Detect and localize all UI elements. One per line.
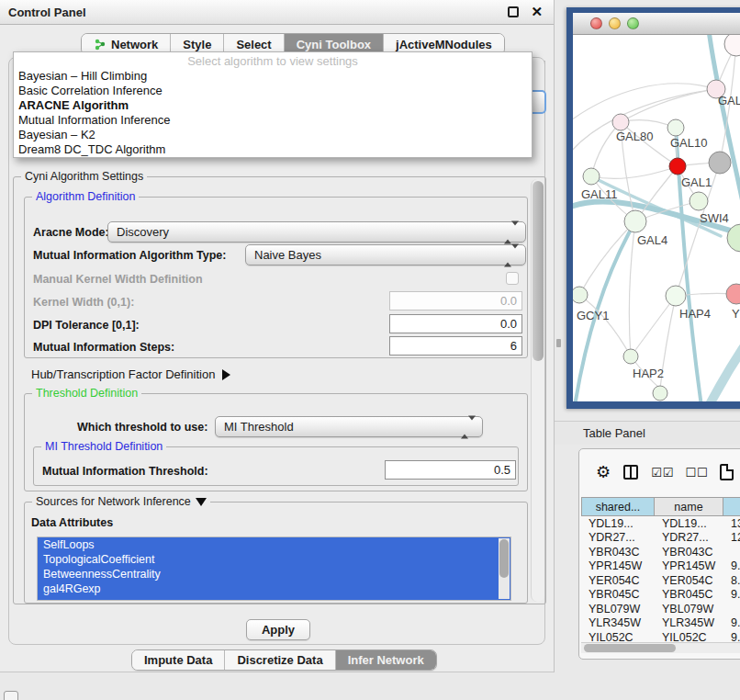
mi-steps-field[interactable]: 6 (389, 336, 522, 356)
node-gal80[interactable] (612, 114, 629, 130)
kernel-width-label: Kernel Width (0,1): (33, 296, 134, 309)
node-label: HAP4 (679, 307, 711, 321)
dpi-tolerance-field[interactable]: 0.0 (389, 314, 522, 333)
cell: YDL19... (655, 516, 723, 531)
cell: YPR145W (655, 559, 723, 574)
list-item[interactable]: SelfLoops (38, 537, 510, 552)
table-header-row: shared... name (581, 497, 740, 516)
mi-type-select[interactable]: Naive Bayes (245, 244, 526, 265)
hub-section-label: Hub/Transcription Factor Definition (31, 367, 215, 381)
mi-threshold-label: Mutual Information Threshold: (42, 465, 208, 478)
sources-group-title[interactable]: Sources for Network Inference (32, 495, 210, 508)
tab-impute-data-label: Impute Data (144, 653, 212, 667)
tab-infer-network[interactable]: Infer Network (336, 650, 436, 670)
aracne-mode-label: Aracne Mode: (33, 226, 109, 239)
panel-border-fragment (544, 61, 545, 173)
panel-splitter-handle[interactable] (556, 339, 561, 347)
mi-threshold-group-title: MI Threshold Definition (41, 440, 166, 453)
tab-impute-data[interactable]: Impute Data (132, 650, 225, 670)
file-icon[interactable] (720, 464, 734, 480)
kernel-width-field[interactable]: 0.0 (389, 291, 522, 310)
table-row[interactable]: YPR145W YPR145W 9. (581, 559, 740, 574)
close-icon[interactable] (531, 4, 543, 20)
cell: YBL079W (655, 602, 723, 616)
split-column-icon[interactable] (623, 465, 638, 480)
network-canvas[interactable]: GAL GAL80 GAL10 GAL1 GAL11 GAL4 SWI4 GCY… (573, 35, 740, 401)
data-attributes-label: Data Attributes (31, 516, 113, 529)
collapsed-arrow-icon (222, 369, 230, 380)
table-row[interactable]: YBR043C YBR043C (581, 545, 740, 559)
network-window-titlebar[interactable] (573, 13, 740, 35)
settings-scrollbar[interactable] (531, 179, 544, 602)
node-swi4[interactable] (690, 192, 708, 210)
dropdown-item-aracne[interactable]: ARACNE Algorithm (14, 98, 532, 113)
cell: YLR345W (581, 616, 655, 631)
minimize-traffic-light-icon[interactable] (609, 17, 621, 29)
column-header-partial[interactable] (723, 497, 740, 516)
aracne-mode-select[interactable]: Discovery (107, 221, 526, 243)
node-hap2[interactable] (623, 349, 638, 364)
mi-threshold-field[interactable]: 0.5 (385, 460, 516, 480)
table-row[interactable]: YER054C YER054C 8. (581, 573, 740, 588)
attributes-scrollbar[interactable] (499, 538, 510, 599)
table-row[interactable]: YDL19... YDL19... 13 (581, 516, 740, 531)
hub-section-toggle[interactable]: Hub/Transcription Factor Definition (31, 367, 230, 381)
node-gcy1[interactable] (573, 287, 588, 303)
node-table: shared... name YDL19... YDL19... 13 YDR2… (581, 497, 740, 645)
dropdown-item[interactable]: Basic Correlation Inference (14, 84, 532, 98)
which-threshold-value: MI Threshold (224, 420, 294, 434)
dropdown-item[interactable]: Bayesian – K2 (14, 128, 532, 142)
table-row[interactable]: YBL079W YBL079W (581, 602, 740, 616)
node-label: GAL1 (681, 175, 712, 189)
cell: 13 (723, 516, 740, 531)
checked-pair-icon[interactable] (651, 466, 674, 480)
node-gal1-selected[interactable] (669, 158, 686, 175)
tab-discretize-data[interactable]: Discretize Data (225, 650, 335, 670)
list-item[interactable]: gal4RGexp (38, 581, 510, 596)
table-hscrollbar-thumb[interactable] (584, 644, 676, 652)
cell: YBL079W (581, 602, 655, 616)
node-partial[interactable] (724, 35, 740, 56)
manual-kernel-checkbox[interactable] (506, 272, 519, 285)
tab-discretize-data-label: Discretize Data (237, 653, 322, 667)
dock-panel-icon[interactable] (4, 691, 18, 700)
cell: YDR27... (581, 531, 655, 546)
unchecked-pair-icon[interactable] (685, 466, 708, 480)
manual-kernel-label: Manual Kernel Width Definition (33, 273, 203, 286)
table-horizontal-scrollbar[interactable] (581, 642, 740, 653)
table-row[interactable]: YLR345W YLR345W 9. (581, 616, 740, 631)
dropdown-item[interactable]: Bayesian – Hill Climbing (14, 69, 532, 84)
apply-button[interactable]: Apply (246, 619, 310, 640)
list-item[interactable]: TopologicalCoefficient (38, 552, 510, 567)
dropdown-item[interactable]: Dream8 DC_TDC Algorithm (14, 142, 532, 157)
close-traffic-light-icon[interactable] (590, 17, 602, 29)
dropdown-placeholder: Select algorithm to view settings (14, 52, 532, 69)
aracne-mode-value: Discovery (117, 225, 169, 239)
column-header-shared-name[interactable]: shared... (581, 497, 655, 516)
node-gray[interactable] (709, 152, 731, 174)
table-row[interactable]: YBR045C YBR045C 9. (581, 588, 740, 603)
node-label: GAL4 (637, 233, 667, 247)
node-gal4[interactable] (624, 210, 646, 232)
threshold-definition-title: Threshold Definition (32, 387, 141, 400)
settings-scrollbar-thumb[interactable] (533, 181, 544, 361)
dropdown-item[interactable]: Mutual Information Inference (14, 113, 532, 128)
cell: YBR045C (655, 588, 723, 603)
table-panel-window: shared... name YDL19... YDL19... 13 YDR2… (578, 448, 740, 660)
node-gal11[interactable] (583, 168, 600, 185)
node-bottom[interactable] (653, 386, 667, 401)
node-salmon[interactable] (726, 284, 740, 304)
node-hap4[interactable] (666, 286, 686, 306)
gear-icon[interactable] (596, 462, 611, 482)
column-header-name[interactable]: name (655, 497, 723, 516)
zoom-traffic-light-icon[interactable] (627, 17, 639, 29)
table-row[interactable]: YDR27... YDR27... 12 (581, 531, 740, 546)
cell: YBR045C (581, 588, 655, 603)
mi-type-value: Naive Bayes (254, 248, 321, 262)
attributes-scrollbar-thumb[interactable] (499, 539, 509, 578)
node-gal10[interactable] (667, 119, 684, 136)
network-view-window: GAL GAL80 GAL10 GAL1 GAL11 GAL4 SWI4 GCY… (566, 7, 740, 409)
float-window-icon[interactable] (508, 6, 519, 17)
list-item[interactable]: BetweennessCentrality (38, 567, 510, 581)
which-threshold-select[interactable]: MI Threshold (215, 416, 483, 437)
